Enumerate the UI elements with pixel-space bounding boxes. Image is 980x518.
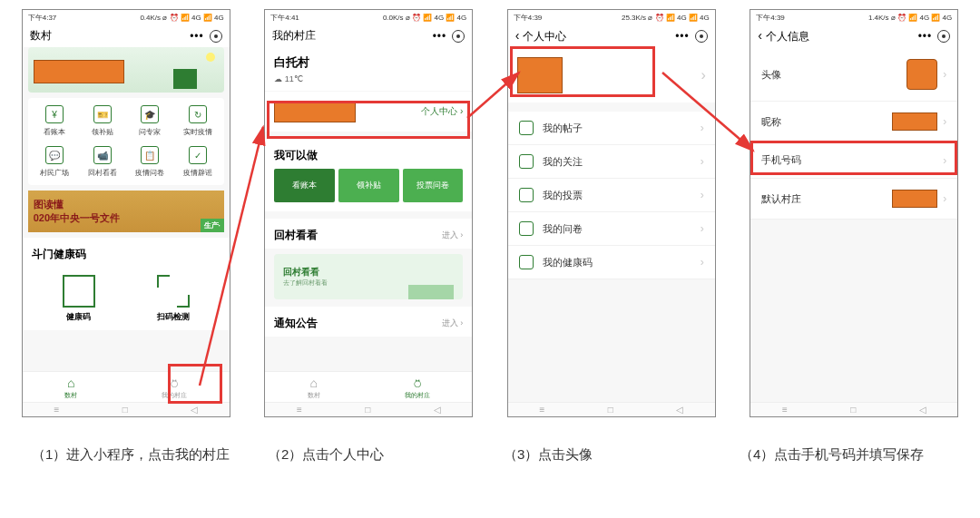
more-icon[interactable]: ••• bbox=[190, 30, 204, 43]
caption-3: （3）点击头像 bbox=[504, 445, 712, 465]
recent-icon[interactable]: ≡ bbox=[782, 405, 788, 415]
feature-grid: ¥看账本 🎫领补贴 🎓问专家 ↻实时疫情 💬村民广场 📹回村看看 📋疫情问卷 ✓… bbox=[28, 98, 224, 185]
row-avatar[interactable]: 头像 › bbox=[750, 48, 957, 102]
home-icon[interactable]: □ bbox=[365, 405, 370, 415]
personal-center-link[interactable]: 个人中心 › bbox=[421, 105, 463, 118]
more-icon[interactable]: ••• bbox=[433, 30, 447, 43]
status-bar: 下午4:37 0.4K/s ⌀ ⏰ 📶 4G 📶 4G bbox=[23, 10, 230, 24]
home-icon[interactable]: □ bbox=[122, 405, 128, 415]
app-header: ‹个人中心 ••• bbox=[508, 24, 715, 48]
indicators: 1.4K/s ⌀ ⏰ 📶 4G 📶 4G bbox=[868, 14, 952, 22]
back-icon[interactable]: ◁ bbox=[676, 405, 683, 415]
row-phone[interactable]: 手机号码 › bbox=[750, 142, 957, 179]
nav-home[interactable]: ⌂数村 bbox=[308, 376, 320, 400]
health-icon bbox=[519, 255, 534, 269]
survey-icon: 📋 bbox=[141, 146, 159, 164]
back-icon[interactable]: ◁ bbox=[191, 405, 198, 415]
avatar-redacted bbox=[517, 57, 563, 93]
grid-item[interactable]: 📋疫情问卷 bbox=[127, 142, 173, 181]
rumor-icon: ✓ bbox=[189, 146, 207, 164]
indicators: 0.0K/s ⌀ ⏰ 📶 4G 📶 4G bbox=[383, 14, 466, 22]
ad-line1: 图读懂 bbox=[34, 198, 224, 211]
time: 下午4:41 bbox=[270, 13, 299, 23]
back-icon[interactable]: ‹ bbox=[515, 28, 520, 43]
person-icon: ⍥ bbox=[414, 376, 421, 390]
recent-icon[interactable]: ≡ bbox=[539, 405, 544, 415]
close-icon[interactable] bbox=[452, 30, 465, 43]
screen-4: 下午4:39 1.4K/s ⌀ ⏰ 📶 4G 📶 4G ‹个人信息 ••• 头像… bbox=[750, 9, 958, 417]
redacted-avatar bbox=[906, 59, 937, 90]
ad-line2: 020年中央一号文件 bbox=[34, 211, 224, 225]
redacted-username bbox=[274, 101, 356, 122]
more-icon[interactable]: ••• bbox=[675, 30, 690, 43]
grid-item[interactable]: ¥看账本 bbox=[32, 102, 78, 141]
grid-item[interactable]: ✓疫情辟谣 bbox=[174, 142, 220, 181]
chevron-icon: › bbox=[701, 222, 704, 235]
follow-icon bbox=[519, 154, 534, 169]
subsidy-button[interactable]: 领补贴 bbox=[338, 169, 399, 202]
close-icon[interactable] bbox=[937, 30, 950, 43]
enter-link[interactable]: 进入 › bbox=[442, 230, 464, 241]
chevron-icon: › bbox=[701, 256, 704, 269]
more-icon[interactable]: ••• bbox=[918, 30, 933, 43]
bottom-nav: ⌂数村 ⍥我的村庄 bbox=[23, 371, 230, 402]
grid-item[interactable]: 🎓问专家 bbox=[127, 102, 173, 141]
my-votes[interactable]: 我的投票› bbox=[508, 179, 715, 212]
scan-qr[interactable]: 扫码检测 bbox=[157, 275, 190, 323]
sun-icon bbox=[206, 53, 215, 62]
page-title: 数村 bbox=[30, 28, 52, 44]
nav-home[interactable]: ⌂数村 bbox=[64, 376, 77, 400]
grid-item[interactable]: 🎫领补贴 bbox=[79, 102, 125, 141]
my-surveys[interactable]: 我的问卷› bbox=[508, 212, 715, 246]
back-icon[interactable]: ◁ bbox=[434, 405, 441, 415]
row-default-village[interactable]: 默认村庄 › bbox=[750, 179, 957, 220]
camera-icon: 📹 bbox=[93, 146, 112, 164]
health-qr[interactable]: 健康码 bbox=[63, 275, 95, 323]
home-icon: ⌂ bbox=[67, 376, 74, 390]
back-icon[interactable]: ◁ bbox=[919, 405, 926, 415]
chevron-icon: › bbox=[943, 192, 946, 205]
indicators: 25.3K/s ⌀ ⏰ 📶 4G 📶 4G bbox=[622, 14, 710, 22]
ad-banner[interactable]: 图读懂 020年中央一号文件 生产· bbox=[28, 191, 224, 232]
recent-icon[interactable]: ≡ bbox=[54, 405, 59, 415]
ledger-icon: ¥ bbox=[45, 105, 64, 123]
home-icon[interactable]: □ bbox=[850, 405, 856, 415]
epidemic-icon: ↻ bbox=[189, 105, 207, 123]
avatar-row[interactable]: › bbox=[508, 48, 715, 103]
ledger-button[interactable]: 看账本 bbox=[274, 169, 335, 202]
action-buttons: 看账本 领补贴 投票问卷 bbox=[265, 169, 472, 211]
vote-button[interactable]: 投票问卷 bbox=[403, 169, 464, 202]
back-icon[interactable]: ‹ bbox=[758, 28, 762, 43]
survey-icon bbox=[519, 221, 534, 236]
my-posts[interactable]: 我的帖子› bbox=[508, 112, 715, 145]
section-return-village: 回村看看 进入 › bbox=[265, 219, 472, 249]
house-icon bbox=[173, 69, 197, 89]
grid-item[interactable]: 💬村民广场 bbox=[32, 142, 78, 181]
app-header: ‹个人信息 ••• bbox=[750, 24, 957, 48]
section-health-qr: 斗门健康码 bbox=[23, 238, 230, 268]
close-icon[interactable] bbox=[210, 30, 222, 43]
grid-item[interactable]: 📹回村看看 bbox=[79, 142, 125, 181]
page-title: 个人信息 bbox=[766, 30, 809, 43]
subsidy-icon: 🎫 bbox=[93, 105, 112, 123]
nav-my-village[interactable]: ⍥我的村庄 bbox=[405, 376, 430, 400]
grid-item[interactable]: ↻实时疫情 bbox=[174, 102, 220, 141]
nav-my-village[interactable]: ⍥我的村庄 bbox=[162, 376, 187, 400]
row-nickname[interactable]: 昵称 › bbox=[750, 102, 957, 142]
plaza-icon: 💬 bbox=[45, 146, 64, 164]
close-icon[interactable] bbox=[695, 30, 708, 43]
return-card[interactable]: 回村看看 去了解回村看看 bbox=[274, 254, 463, 299]
enter-link[interactable]: 进入 › bbox=[442, 318, 464, 329]
section-notice: 通知公告 进入 › bbox=[265, 307, 472, 337]
redacted-nickname bbox=[892, 112, 937, 131]
qr-icon bbox=[63, 275, 95, 308]
home-icon[interactable]: □ bbox=[608, 405, 613, 415]
recent-icon[interactable]: ≡ bbox=[297, 405, 302, 415]
my-health-code[interactable]: 我的健康码› bbox=[508, 246, 715, 279]
my-follows[interactable]: 我的关注› bbox=[508, 145, 715, 179]
chevron-icon: › bbox=[943, 115, 946, 128]
caption-2: （2）点击个人中心 bbox=[268, 445, 476, 465]
captions: （1）进入小程序，点击我的村庄 （2）点击个人中心 （3）点击头像 （4）点击手… bbox=[0, 426, 980, 465]
time: 下午4:39 bbox=[514, 13, 543, 23]
profile-row[interactable]: 个人中心 › bbox=[265, 92, 472, 132]
